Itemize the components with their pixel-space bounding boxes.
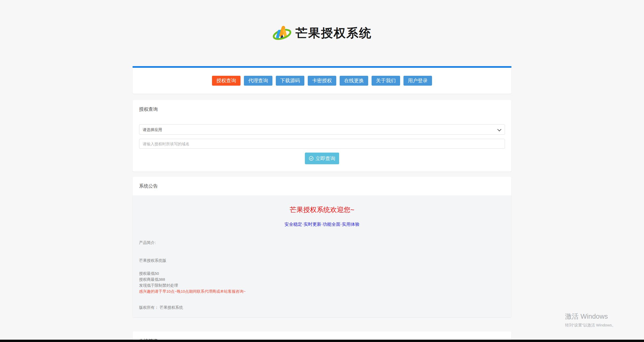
nav-bar: 授权查询 代理查询 下载源码 卡密授权 在线更换 关于我们 用户登录 xyxy=(133,68,511,94)
system-notice-header: 系统公告 xyxy=(133,177,511,195)
system-notice-card: 系统公告 芒果授权系统欢迎您~ 安全稳定·实时更新·功能全面·实用体验 产品简介… xyxy=(133,177,511,317)
watermark-line1: 激活 Windows xyxy=(565,312,616,321)
app-select[interactable]: 请选择应用 xyxy=(139,124,505,135)
notice-price-lines: 授权最低50 授权商最低388 发现低于限制禁封处理 感兴趣的请于早10点~晚1… xyxy=(139,270,505,294)
notice-intro-label: 产品简介: xyxy=(139,240,505,245)
system-notice-body: 芒果授权系统欢迎您~ 安全稳定·实时更新·功能全面·实用体验 产品简介: 芒果授… xyxy=(133,195,511,317)
notice-headline: 芒果授权系统欢迎您~ xyxy=(139,205,505,214)
app-select-wrap: 请选择应用 xyxy=(139,124,505,135)
main-column: 授权查询 代理查询 下载源码 卡密授权 在线更换 关于我们 用户登录 授权查询 … xyxy=(133,66,511,342)
notice-product-name: 芒果授权系统版 xyxy=(139,258,505,263)
notice-line-2: 授权商最低388 xyxy=(139,276,505,282)
nav-button-about[interactable]: 关于我们 xyxy=(372,76,400,86)
query-submit-button[interactable]: 立即查询 xyxy=(305,153,339,164)
check-circle-icon xyxy=(309,156,314,161)
notice-line-1: 授权最低50 xyxy=(139,270,505,276)
watermark-line2: 转到“设置”以激活 Windows。 xyxy=(565,323,616,328)
mango-logo-icon xyxy=(272,23,292,43)
notice-line-3: 发现低于限制禁封处理 xyxy=(139,282,505,288)
auth-query-title: 授权查询 xyxy=(139,106,505,112)
auth-query-card: 授权查询 请选择应用 立即查询 xyxy=(133,100,511,172)
notice-contact-line: 感兴趣的请于早10点~晚10点期间联系代理商或本站客服咨询~ xyxy=(139,288,505,294)
domain-input[interactable] xyxy=(139,139,505,149)
nav-button-online-swap[interactable]: 在线更换 xyxy=(340,76,368,86)
notice-copyright-line: 版权所有： 芒果授权系统 xyxy=(139,305,505,310)
brand-header: 芒果授权系统 xyxy=(0,23,644,43)
submit-row: 立即查询 xyxy=(139,153,505,164)
site-title: 芒果授权系统 xyxy=(296,25,372,41)
notice-subline: 安全稳定·实时更新·功能全面·实用体验 xyxy=(139,221,505,227)
nav-button-login[interactable]: 用户登录 xyxy=(403,76,432,86)
nav-button-agent-query[interactable]: 代理查询 xyxy=(244,76,272,86)
query-submit-label: 立即查询 xyxy=(316,155,335,162)
windows-activation-watermark: 激活 Windows 转到“设置”以激活 Windows。 xyxy=(565,312,616,328)
nav-button-card-auth[interactable]: 卡密授权 xyxy=(308,76,336,86)
system-notice-title: 系统公告 xyxy=(139,183,505,189)
bottom-bar xyxy=(0,340,644,342)
nav-button-download[interactable]: 下载源码 xyxy=(276,76,304,86)
nav-button-auth-query[interactable]: 授权查询 xyxy=(212,76,241,86)
